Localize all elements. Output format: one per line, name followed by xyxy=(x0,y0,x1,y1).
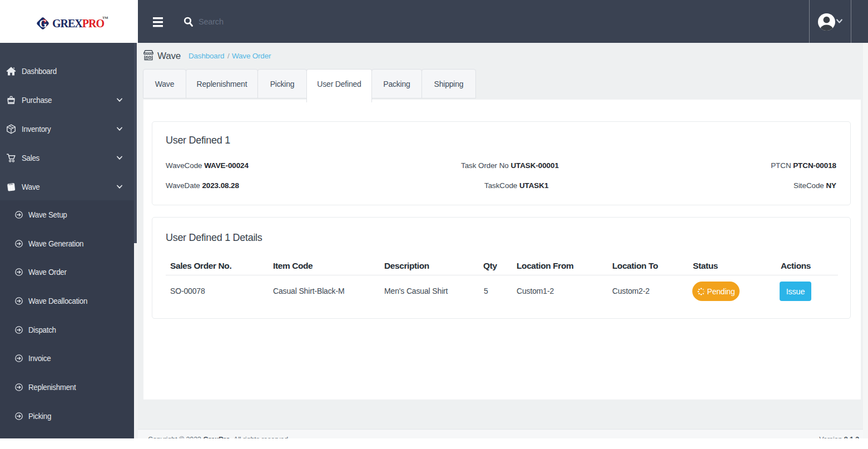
svg-text:G: G xyxy=(39,18,47,29)
